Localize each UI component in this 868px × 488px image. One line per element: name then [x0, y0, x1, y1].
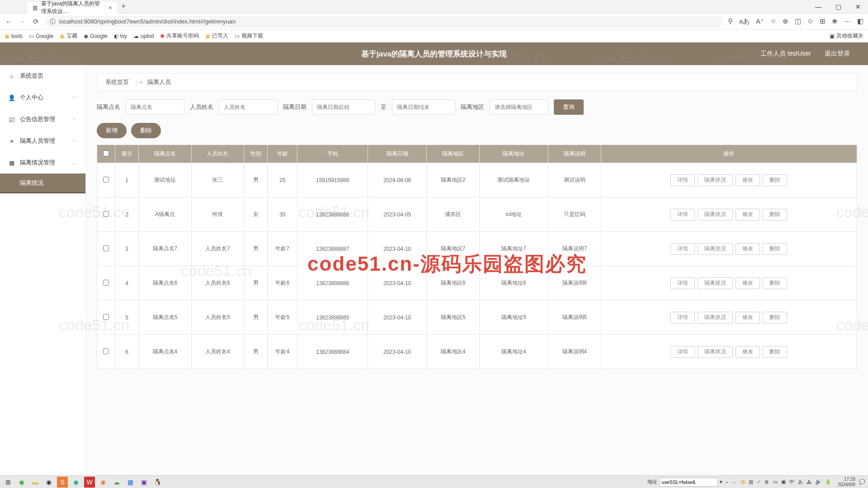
browser-tab[interactable]: ▥ 基于java的隔离人员的管理系统设… × — [27, 2, 118, 14]
row-action-button[interactable]: 修改 — [736, 174, 760, 186]
tray-icon[interactable]: ▭ — [773, 479, 778, 485]
add-button[interactable]: 新增 — [97, 123, 127, 138]
chrome-icon[interactable]: ◉ — [43, 477, 54, 488]
explorer-icon[interactable]: ▬ — [30, 477, 41, 488]
taskbar-app-icon[interactable]: ◉ — [16, 477, 27, 488]
taskbar-addr-input[interactable] — [659, 478, 718, 487]
extensions-icon[interactable]: ⊞ — [820, 17, 826, 26]
tray-icon[interactable]: ✓ — [757, 479, 761, 485]
row-action-button[interactable]: 删除 — [763, 312, 787, 324]
favorites-bar-icon[interactable]: ✩ — [807, 17, 813, 26]
reload-icon[interactable]: ⟳ — [32, 18, 40, 26]
row-action-button[interactable]: 隔离状况 — [698, 312, 733, 324]
row-action-button[interactable]: 详情 — [670, 346, 695, 358]
row-action-button[interactable]: 删除 — [763, 277, 787, 289]
row-action-button[interactable]: 修改 — [736, 209, 760, 221]
taskbar-app-icon[interactable]: ▣ — [138, 477, 149, 488]
row-checkbox[interactable] — [103, 280, 109, 286]
row-action-button[interactable]: 详情 — [670, 312, 695, 324]
bookmark-other[interactable]: ▣其他收藏夹 — [830, 32, 863, 40]
row-action-button[interactable]: 删除 — [763, 346, 787, 358]
select-all-checkbox[interactable] — [103, 150, 109, 156]
start-icon[interactable]: ⊞ — [3, 477, 14, 488]
network-icon[interactable]: 🖧 — [807, 479, 811, 485]
back-icon[interactable]: ← — [5, 18, 13, 25]
tray-icon[interactable]: ▥ — [749, 479, 753, 485]
row-action-button[interactable]: 修改 — [736, 312, 760, 324]
taskbar-app-icon[interactable]: ◉ — [98, 477, 108, 488]
row-action-button[interactable]: 隔离状况 — [698, 209, 733, 221]
sidebar-item-people[interactable]: ≡ 隔离人员管理 ﹀ — [0, 130, 85, 152]
row-action-button[interactable]: 修改 — [736, 277, 760, 289]
row-action-button[interactable]: 详情 — [670, 209, 695, 221]
filter-select-area[interactable] — [490, 99, 548, 115]
row-checkbox[interactable] — [103, 348, 109, 354]
battery-icon[interactable]: 🔋 — [825, 479, 831, 485]
bookmark-item[interactable]: ▣已导入 — [205, 32, 228, 40]
bookmark-item[interactable]: ☁uplod — [133, 33, 154, 39]
qq-icon[interactable]: 🐧 — [152, 477, 163, 488]
filter-input-date-end[interactable] — [392, 99, 455, 115]
row-action-button[interactable]: 修改 — [736, 243, 760, 255]
filter-input-point[interactable] — [126, 99, 184, 115]
bookmark-item[interactable]: ◉Google — [84, 33, 108, 39]
row-action-button[interactable]: 隔离状况 — [698, 174, 733, 186]
go-icon[interactable]: → — [724, 479, 729, 485]
volume-icon[interactable]: 🔊 — [815, 479, 821, 485]
row-action-button[interactable]: 详情 — [670, 277, 695, 289]
row-checkbox[interactable] — [103, 211, 109, 217]
collections-icon[interactable]: ⊕ — [783, 17, 788, 26]
bookmark-item[interactable]: ▣tools — [5, 33, 23, 39]
bookmark-item[interactable]: ▭视频下载 — [235, 32, 263, 40]
taskbar-app-icon[interactable]: ▦ — [125, 477, 136, 488]
forward-icon[interactable]: → — [18, 18, 26, 25]
maximize-icon[interactable]: ▢ — [828, 3, 848, 10]
logout-link[interactable]: 退出登录 — [825, 50, 850, 58]
tray-icon[interactable]: ▦ — [741, 479, 745, 485]
tray-ime-icon[interactable]: 中 — [789, 479, 794, 485]
bookmark-item[interactable]: ▭Google — [29, 33, 53, 39]
more-icon[interactable]: ⋯ — [844, 17, 851, 26]
tab-close-icon[interactable]: × — [108, 4, 112, 11]
row-action-button[interactable]: 详情 — [670, 174, 695, 186]
tray-icon[interactable]: ⛨ — [764, 479, 769, 485]
bookmark-item[interactable]: ✱共享账号密码 — [160, 32, 199, 40]
read-icon[interactable]: A⁺ — [756, 17, 764, 26]
row-action-button[interactable]: 详情 — [670, 243, 695, 255]
row-action-button[interactable]: 修改 — [736, 346, 760, 358]
row-action-button[interactable]: 删除 — [763, 174, 787, 186]
edge-icon[interactable]: ◉ — [71, 477, 81, 488]
sidebar-subitem-status[interactable]: 隔离情况 — [0, 174, 85, 193]
notifications-icon[interactable]: 💬 — [859, 479, 865, 485]
sidebar-item-notice[interactable]: 📰 公告信息管理 ﹀ — [0, 108, 85, 130]
row-checkbox[interactable] — [103, 177, 109, 183]
breadcrumb-home[interactable]: 系统首页 — [105, 78, 129, 86]
filter-input-name[interactable] — [219, 99, 278, 115]
tray-icon[interactable]: ▣ — [781, 479, 786, 485]
current-user[interactable]: 工作人员 testUser — [760, 50, 811, 58]
tray-expand-icon[interactable]: ︿ — [732, 479, 737, 485]
taskbar-clock[interactable]: 17:28 2024/8/8 — [838, 477, 855, 488]
ext-icon[interactable]: ⚲ — [728, 17, 733, 26]
translate-icon[interactable]: aあ — [739, 17, 750, 26]
row-action-button[interactable]: 删除 — [763, 209, 787, 221]
wechat-icon[interactable]: ☁ — [111, 477, 122, 488]
taskbar-app-icon[interactable]: S — [57, 477, 68, 488]
row-checkbox[interactable] — [103, 245, 109, 251]
sidebar-item-home[interactable]: ⌂ 系统首页 — [0, 65, 85, 87]
sidebar-toggle-icon[interactable]: ◧ — [857, 17, 863, 26]
sidebar-item-status[interactable]: ▦ 隔离情况管理 ︿ — [0, 152, 85, 174]
minimize-icon[interactable]: — — [808, 3, 828, 10]
new-tab-button[interactable]: + — [121, 2, 126, 11]
url-input[interactable]: ⓘ localhost:8080/springboot7ewn5/admin/d… — [45, 16, 722, 28]
delete-button[interactable]: 删除 — [131, 123, 161, 138]
taskbar-app-icon[interactable]: W — [84, 477, 95, 488]
chevron-down-icon[interactable]: ▾ — [720, 479, 722, 485]
tray-ime-icon[interactable]: あ — [798, 479, 803, 485]
row-action-button[interactable]: 隔离状况 — [698, 346, 733, 358]
row-action-button[interactable]: 隔离状况 — [698, 243, 733, 255]
bookmark-item[interactable]: ▣宝藏 — [60, 32, 77, 40]
bookmark-item[interactable]: ◐txy — [114, 33, 127, 39]
split-icon[interactable]: ◫ — [795, 17, 801, 26]
row-checkbox[interactable] — [103, 314, 109, 320]
